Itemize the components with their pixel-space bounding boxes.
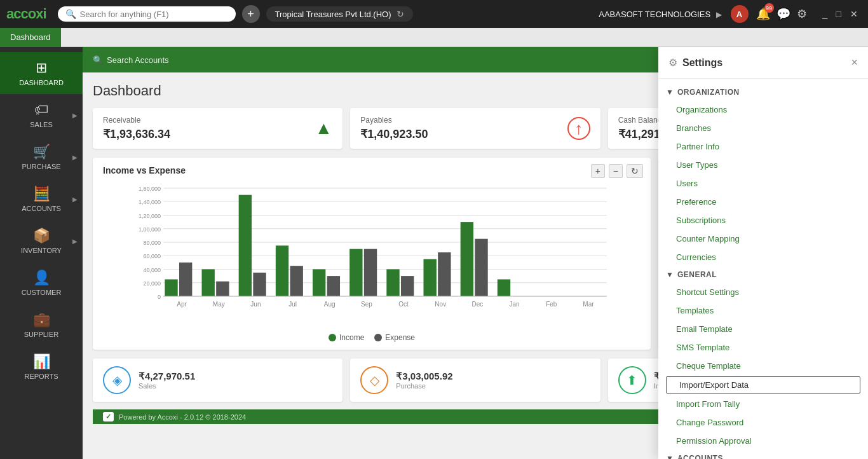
chart-collapse-button[interactable]: −	[609, 164, 623, 178]
dashboard-icon: ⊞	[36, 60, 47, 76]
settings-body: ▼ ORGANIZATION Organizations Branches Pa…	[658, 79, 868, 459]
customer-icon: 👤	[33, 270, 50, 286]
global-search-box[interactable]: 🔍	[58, 6, 236, 22]
settings-item-import-tally[interactable]: Import From Tally	[658, 395, 868, 413]
org-section-title: ORGANIZATION	[677, 88, 740, 97]
settings-close-button[interactable]: ×	[851, 56, 858, 69]
company-name-area: AABASOFT TECHNOLOGIES ▶	[419, 8, 722, 20]
add-new-button[interactable]: +	[242, 5, 260, 23]
sidebar-item-reports[interactable]: 📊 REPORTS	[0, 346, 83, 388]
svg-rect-30	[313, 270, 325, 297]
notifications-button[interactable]: 🔔 99	[755, 6, 771, 22]
avatar[interactable]: A	[731, 5, 749, 23]
purchase-arrow-icon: ▶	[72, 154, 78, 161]
settings-item-preference[interactable]: Preference	[658, 193, 868, 211]
close-button[interactable]: ✕	[846, 8, 862, 20]
sidebar-item-dashboard[interactable]: ⊞ DASHBOARD	[0, 52, 83, 94]
svg-rect-34	[364, 249, 377, 296]
svg-text:Oct: Oct	[398, 301, 409, 308]
sales-stat-label: Sales	[139, 382, 195, 390]
expense-legend-label: Expense	[385, 333, 415, 342]
general-chevron-icon: ▼	[666, 270, 674, 279]
org-arrow-icon: ▶	[716, 10, 722, 19]
sidebar-item-purchase[interactable]: 🛒 PURCHASE ▶	[0, 136, 83, 178]
sales-icon: 🏷	[34, 102, 48, 118]
svg-text:Apr: Apr	[177, 301, 187, 308]
chart-controls: + − ↻	[591, 164, 643, 178]
payables-icon: ↑	[567, 117, 590, 140]
section-header-organization[interactable]: ▼ ORGANIZATION	[658, 84, 868, 100]
settings-item-partner-info[interactable]: Partner Info	[658, 137, 868, 156]
settings-item-email-template[interactable]: Email Template	[658, 320, 868, 338]
messages-button[interactable]: 💬	[775, 6, 792, 22]
sidebar-item-customer[interactable]: 👤 CUSTOMER	[0, 262, 83, 304]
settings-item-permission-approval[interactable]: Permission Approval	[658, 432, 868, 450]
settings-item-shortcut-settings[interactable]: Shortcut Settings	[658, 283, 868, 301]
sidebar-label-accounts: ACCOUNTS	[22, 205, 61, 212]
settings-item-branches[interactable]: Branches	[658, 119, 868, 137]
settings-item-currencies[interactable]: Currencies	[658, 248, 868, 266]
income-expense-chart: Income vs Expense + − ↻ 020,00040,00060,…	[93, 158, 651, 350]
legend-expense: Expense	[374, 333, 415, 342]
expense-legend-dot	[374, 334, 382, 341]
settings-icon-button[interactable]: ⚙	[796, 6, 808, 22]
search-accounts-label: Search Accounts	[107, 55, 169, 65]
company-name-label: Tropical Treasures Pvt Ltd.(HO)	[275, 10, 391, 19]
sales-arrow-icon: ▶	[72, 112, 78, 119]
svg-rect-31	[327, 276, 340, 296]
settings-item-organizations[interactable]: Organizations	[658, 100, 868, 119]
tabbar: Dashboard	[0, 28, 868, 47]
org-chevron-icon: ▼	[666, 88, 674, 97]
notification-badge: 99	[764, 3, 774, 13]
kpi-receivable-value: ₹1,93,636.34	[103, 127, 170, 141]
section-header-general[interactable]: ▼ GENERAL	[658, 266, 868, 283]
sidebar-item-accounts[interactable]: 🧮 ACCOUNTS ▶	[0, 178, 83, 220]
svg-text:Dec: Dec	[472, 301, 484, 308]
chart-refresh-button[interactable]: ↻	[627, 164, 643, 178]
settings-item-import-export[interactable]: Import/Export Data	[666, 376, 860, 394]
accounts-icon: 🧮	[33, 186, 50, 202]
svg-text:Aug: Aug	[324, 301, 336, 308]
sidebar-item-supplier[interactable]: 💼 SUPPLIER	[0, 304, 83, 346]
maximize-button[interactable]: □	[832, 8, 845, 20]
tab-dashboard[interactable]: Dashboard	[0, 28, 61, 47]
topbar-icons: 🔔 99 💬 ⚙	[755, 6, 808, 22]
footer-text: Powered by Accoxi - 2.0.12 © 2018-2024	[119, 413, 246, 421]
svg-text:1,40,000: 1,40,000	[139, 199, 161, 205]
settings-item-cheque-template[interactable]: Cheque Template	[658, 357, 868, 375]
settings-item-users[interactable]: Users	[658, 174, 868, 193]
svg-text:1,20,000: 1,20,000	[139, 213, 161, 219]
svg-rect-28	[290, 266, 303, 296]
footer-logo-text: ✓	[105, 413, 111, 420]
svg-text:Mar: Mar	[583, 301, 594, 308]
sales-stat-icon: ◈	[103, 366, 131, 394]
sidebar-label-sales: SALES	[30, 121, 52, 128]
svg-rect-21	[201, 270, 214, 297]
settings-item-templates[interactable]: Templates	[658, 301, 868, 320]
inventory-icon: 📦	[33, 228, 50, 244]
refresh-icon[interactable]: ↻	[397, 9, 404, 19]
svg-text:Nov: Nov	[435, 301, 446, 308]
settings-item-sms-template[interactable]: SMS Template	[658, 338, 868, 357]
chart-expand-button[interactable]: +	[591, 164, 605, 178]
settings-item-user-types[interactable]: User Types	[658, 156, 868, 174]
global-search-input[interactable]	[80, 10, 220, 19]
sidebar-item-sales[interactable]: 🏷 SALES ▶	[0, 94, 83, 136]
svg-text:Jun: Jun	[250, 301, 261, 308]
sidebar-label-dashboard: DASHBOARD	[19, 79, 64, 86]
income-legend-dot	[329, 334, 336, 341]
kpi-payables-label: Payables	[360, 116, 428, 125]
legend-income: Income	[329, 333, 364, 342]
svg-rect-25	[253, 273, 266, 296]
section-header-accounts[interactable]: ▼ ACCOUNTS	[658, 450, 868, 459]
settings-item-change-password[interactable]: Change Password	[658, 413, 868, 432]
chart-legend: Income Expense	[103, 333, 641, 342]
minimize-button[interactable]: ⎯	[818, 8, 831, 20]
search-accounts-bar[interactable]: 🔍 Search Accounts	[93, 55, 169, 65]
settings-item-counter-mapping[interactable]: Counter Mapping	[658, 230, 868, 248]
kpi-receivable: Receivable ₹1,93,636.34 ▲	[93, 108, 342, 149]
svg-rect-39	[423, 259, 436, 296]
company-selector[interactable]: Tropical Treasures Pvt Ltd.(HO) ↻	[266, 6, 413, 22]
sidebar-item-inventory[interactable]: 📦 INVENTORY ▶	[0, 220, 83, 262]
settings-item-subscriptions[interactable]: Subscriptions	[658, 211, 868, 230]
